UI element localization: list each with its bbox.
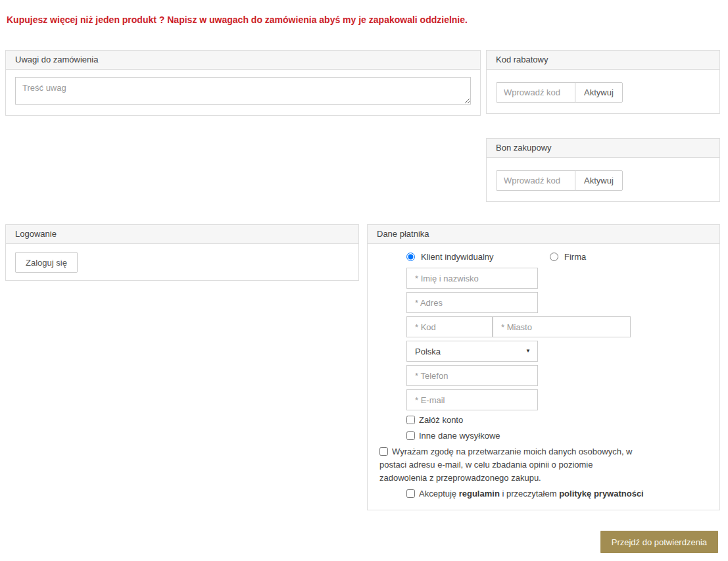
country-select[interactable]: Polska ▼ (406, 341, 538, 362)
voucher-code-group: Aktywuj (497, 170, 710, 191)
other-shipping-checkbox[interactable] (406, 431, 415, 440)
marketing-consent-label: Wyrażam zgodę na przetwarzanie moich dan… (379, 447, 633, 483)
marketing-consent-checkbox-row[interactable]: Wyrażam zgodę na przetwarzanie moich dan… (379, 445, 643, 485)
voucher-body: Aktywuj (487, 158, 719, 201)
payer-form: Klient indywidualny Firma Polska ▼ (368, 244, 719, 510)
discount-activate-button[interactable]: Aktywuj (575, 82, 623, 103)
radio-company-input[interactable] (550, 253, 558, 261)
customer-type-radio-group: Klient indywidualny Firma (406, 252, 708, 262)
voucher-activate-button[interactable]: Aktywuj (575, 170, 623, 191)
login-button[interactable]: Zaloguj się (15, 252, 78, 273)
row-voucher: Bon zakupowy Aktywuj (5, 138, 720, 202)
accept-terms-checkbox-row[interactable]: Akceptuję regulamin i przeczytałem polit… (406, 487, 708, 500)
accept-middle-label: i przeczytałem (500, 489, 559, 499)
city-field[interactable] (493, 316, 631, 337)
row-notes-discount: Uwagi do zamówienia Kod rabatowy Aktywuj (5, 50, 720, 116)
order-notes-title: Uwagi do zamówienia (6, 51, 480, 70)
order-notes-textarea[interactable] (15, 77, 471, 105)
payer-title: Dane płatnika (368, 225, 719, 244)
actions-bar: Przejdź do potwierdzenia (5, 531, 720, 553)
login-panel: Logowanie Zaloguj się (5, 224, 359, 281)
accept-prefix-label: Akceptuję (419, 489, 459, 499)
checkout-page: Kupujesz więcej niż jeden produkt ? Napi… (0, 0, 725, 558)
create-account-label: Załóż konto (419, 415, 463, 425)
discount-code-body: Aktywuj (487, 70, 719, 113)
radio-company-label: Firma (564, 252, 586, 262)
create-account-checkbox-row[interactable]: Załóż konto (406, 414, 708, 427)
create-account-checkbox[interactable] (406, 416, 415, 424)
voucher-code-input[interactable] (497, 170, 575, 191)
radio-individual-input[interactable] (406, 253, 415, 261)
phone-field[interactable] (406, 365, 538, 386)
discount-code-input[interactable] (497, 82, 575, 103)
full-name-field[interactable] (406, 268, 538, 289)
discount-code-group: Aktywuj (497, 82, 710, 103)
multi-product-notice: Kupujesz więcej niż jeden produkt ? Napi… (5, 5, 720, 25)
zip-code-field[interactable] (406, 316, 493, 337)
other-shipping-checkbox-row[interactable]: Inne dane wysyłkowe (406, 429, 708, 443)
radio-company[interactable]: Firma (550, 252, 586, 262)
email-field[interactable] (406, 389, 538, 410)
login-title: Logowanie (6, 225, 358, 244)
voucher-panel: Bon zakupowy Aktywuj (486, 138, 720, 202)
other-shipping-label: Inne dane wysyłkowe (419, 431, 500, 441)
marketing-consent-checkbox[interactable] (379, 447, 388, 456)
address-field[interactable] (406, 292, 538, 313)
order-notes-panel: Uwagi do zamówienia (5, 50, 481, 116)
terms-link[interactable]: regulamin (459, 489, 500, 499)
country-select-value: Polska (415, 347, 441, 356)
payer-panel: Dane płatnika Klient indywidualny Firma (367, 224, 720, 510)
caret-down-icon: ▼ (525, 349, 531, 354)
voucher-title: Bon zakupowy (487, 139, 719, 158)
discount-code-panel: Kod rabatowy Aktywuj (486, 50, 720, 114)
radio-individual-label: Klient indywidualny (421, 252, 494, 262)
discount-code-title: Kod rabatowy (487, 51, 719, 70)
radio-individual[interactable]: Klient indywidualny (406, 252, 550, 262)
zip-city-row (406, 316, 708, 337)
row-login-payer: Logowanie Zaloguj się Dane płatnika Klie… (5, 224, 720, 510)
accept-terms-checkbox[interactable] (406, 489, 415, 498)
order-notes-body (6, 70, 480, 115)
login-body: Zaloguj się (6, 244, 358, 280)
privacy-policy-link[interactable]: politykę prywatności (559, 489, 644, 499)
proceed-to-confirmation-button[interactable]: Przejdź do potwierdzenia (600, 531, 718, 553)
